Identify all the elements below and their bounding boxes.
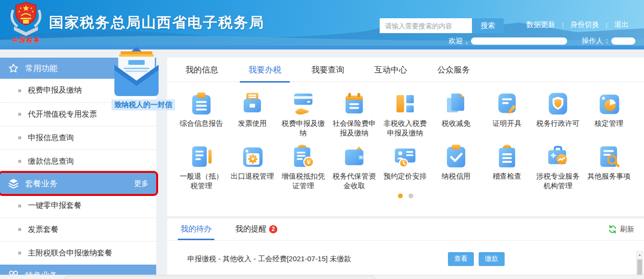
header-link-1[interactable]: 身份切换	[564, 20, 606, 29]
sidebar-section-header-1[interactable]: 套餐业务更多	[0, 173, 156, 194]
service-tile[interactable]: 稽查检查	[482, 140, 533, 191]
operator-label: 操作人：	[582, 36, 610, 46]
service-tile[interactable]: 税务代保管资金收取	[329, 140, 380, 191]
scroll-up-arrow[interactable]: ▲	[637, 252, 643, 258]
header-link-2[interactable]: 退出	[607, 20, 635, 29]
sidebar-item[interactable]: 发票套餐	[0, 218, 156, 241]
service-label: 稽查检查	[482, 171, 533, 181]
refresh-label: 刷新	[620, 225, 634, 234]
printer-icon	[239, 91, 265, 117]
svg-text:¥: ¥	[307, 158, 310, 166]
doc-magnifier-icon	[596, 144, 622, 170]
sidebar-section-title: 套餐业务	[25, 178, 58, 189]
todo-action-button-1[interactable]: 缴款	[479, 252, 505, 266]
todo-panel: 我的待办我的提醒2 刷新 申报缴税 - 其他收入 - 工会经费[2021-07-…	[167, 218, 644, 279]
main-tab-4[interactable]: 公众服务	[433, 58, 475, 82]
site-title: 国家税务总局山西省电子税务局	[49, 13, 264, 33]
main-tab-0[interactable]: 我的信息	[181, 58, 223, 82]
bullet-icon	[18, 136, 21, 139]
service-label: 纳税信用	[431, 171, 482, 181]
service-tile[interactable]: 纳税信用	[431, 140, 482, 191]
todo-tab-0[interactable]: 我的待办	[181, 218, 211, 240]
header-link-0[interactable]: 数据更新	[520, 20, 562, 29]
service-label: 其他服务事项	[583, 171, 634, 181]
service-label: 税务代保管资金收取	[329, 171, 380, 191]
envelope-caption[interactable]: 致纳税人的一封信	[111, 99, 175, 110]
service-tile[interactable]: 综合信息报告	[176, 87, 227, 138]
sidebar-item-label: 代开增值税专用发票	[28, 109, 97, 120]
welcome-label: 欢迎，	[448, 36, 470, 46]
service-tile[interactable]: 税收减免	[431, 87, 482, 138]
wallet-icon	[341, 144, 367, 170]
service-tile[interactable]: 预约定价安排	[380, 140, 431, 191]
sidebar-item[interactable]: 申报信息查询	[0, 126, 156, 149]
todo-item-text: 申报缴税 - 其他收入 - 工会经费[2021-07-15] 未缴款	[187, 255, 351, 264]
service-tile[interactable]: 出口退税管理	[227, 140, 278, 191]
sidebar-item[interactable]: 主附税联合申报缴纳套餐	[0, 241, 156, 265]
service-tile[interactable]: 发票使用	[227, 87, 278, 138]
clipboard-orange-icon	[494, 144, 520, 170]
todo-list: 申报缴税 - 其他收入 - 工会经费[2021-07-15] 未缴款查看缴款	[167, 244, 644, 273]
bullet-icon	[18, 160, 21, 163]
shield-icon	[545, 91, 571, 117]
service-tile[interactable]: 涉税专业服务机构管理	[533, 140, 583, 191]
service-tile[interactable]: 一般退（抵）税管理	[176, 140, 227, 191]
service-label: 社会保险费申报及缴纳	[329, 119, 380, 138]
refresh-icon	[608, 225, 617, 234]
todo-tab-1[interactable]: 我的提醒2	[235, 218, 277, 240]
service-tile[interactable]: 税费申报及缴纳	[278, 87, 329, 138]
horizontal-scroll-thumb[interactable]	[65, 276, 375, 279]
service-tile[interactable]: 税务行政许可	[533, 87, 583, 138]
search-input[interactable]	[380, 18, 472, 33]
service-label: 税收减免	[431, 119, 482, 128]
header-links: 数据更新|身份切换|退出	[520, 20, 635, 29]
search-button[interactable]: 搜索	[472, 18, 504, 33]
carousel-dot-0[interactable]	[398, 194, 403, 198]
service-label: 发票使用	[227, 119, 278, 128]
bullet-icon	[18, 205, 21, 207]
service-label: 证明开具	[482, 119, 533, 128]
sidebar-item[interactable]: 一键零申报套餐	[0, 194, 156, 218]
user-name-redacted	[471, 37, 567, 45]
page-header: 中国税务 国家税务总局山西省电子税务局 搜索 数据更新|身份切换|退出 欢迎， …	[0, 0, 644, 46]
todo-actions: 查看缴款	[448, 252, 625, 266]
tax-bureau-logo: 中国税务	[7, 1, 45, 45]
main-tab-3[interactable]: 互动中心	[370, 58, 412, 82]
bullet-icon	[18, 252, 21, 255]
service-tile[interactable]: 非税收入税费申报及缴纳	[380, 87, 431, 138]
todo-tab-label: 我的提醒	[235, 224, 266, 234]
letter-to-taxpayer[interactable]: 致纳税人的一封信	[111, 47, 161, 110]
service-tile[interactable]: 核定管理	[583, 87, 634, 138]
service-label: 预约定价安排	[380, 171, 431, 181]
sidebar-more-link[interactable]: 更多	[134, 179, 149, 188]
clipboard-check-icon	[443, 144, 469, 170]
documents-icon	[443, 91, 469, 117]
sidebar-item-label: 主附税联合申报缴纳套餐	[28, 248, 112, 258]
todo-tabs: 我的待办我的提醒2	[181, 218, 301, 240]
service-label: 税费申报及缴纳	[278, 119, 329, 138]
carousel-dot-1[interactable]	[409, 194, 413, 198]
main-tab-1[interactable]: 我要办税	[244, 58, 286, 82]
service-label: 综合信息报告	[176, 119, 227, 128]
sidebar-item[interactable]: 缴款信息查询	[0, 149, 156, 173]
main-panel: 我的信息我要办税我要查询互动中心公众服务 综合信息报告发票使用税费申报及缴纳社会…	[167, 58, 644, 216]
service-tile[interactable]: 证明开具	[482, 87, 533, 138]
service-tile[interactable]: ¥增值税抵扣凭证管理	[278, 140, 329, 191]
carousel-dots	[167, 194, 644, 198]
service-grid: 综合信息报告发票使用税费申报及缴纳社会保险费申报及缴纳非税收入税费申报及缴纳税收…	[167, 82, 644, 193]
gear-window-icon	[239, 144, 265, 170]
layers-icon	[8, 178, 19, 189]
operator-name-redacted	[611, 37, 635, 45]
service-tile[interactable]: 社会保险费申报及缴纳	[329, 87, 380, 138]
doc-bar-icon	[188, 144, 214, 170]
refresh-button[interactable]: 刷新	[608, 225, 634, 234]
service-label: 核定管理	[583, 119, 634, 128]
sidebar-item-label: 税费申报及缴纳	[28, 85, 82, 96]
star-icon	[8, 62, 19, 74]
horizontal-scrollbar[interactable]	[0, 275, 644, 279]
todo-action-button-0[interactable]: 查看	[448, 252, 474, 266]
main-tab-2[interactable]: 我要查询	[307, 58, 349, 82]
service-label: 非税收入税费申报及缴纳	[380, 119, 431, 138]
sidebar-item-label: 一键零申报套餐	[28, 201, 82, 211]
service-tile[interactable]: 其他服务事项	[583, 140, 634, 191]
